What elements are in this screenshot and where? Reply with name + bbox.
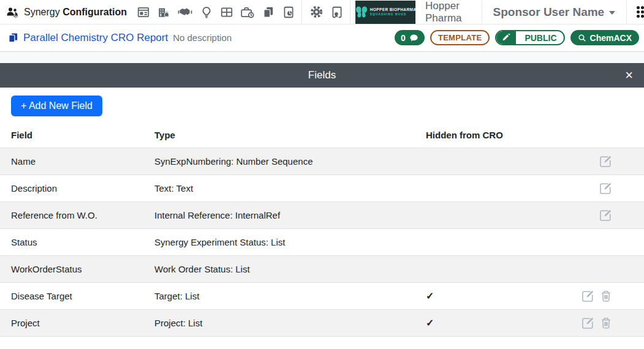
building-lock-icon[interactable] — [156, 4, 172, 20]
edit-field-button[interactable] — [599, 155, 612, 168]
table-row: Name SynExpNumbering: Number Sequence — [0, 148, 644, 175]
delete-field-button[interactable] — [600, 317, 612, 329]
gear-icon[interactable] — [308, 4, 325, 20]
fields-modal-body: + Add New Field Field Type Hidden from C… — [0, 88, 644, 337]
table-row: WorkOrderStatus Work Order Status: List — [0, 256, 644, 283]
field-name: Name — [0, 156, 154, 167]
template-badge-label: TEMPLATE — [438, 33, 482, 42]
user-menu-dropdown[interactable]: Sponsor User Name — [493, 6, 616, 19]
topbar-right: HOPPER BIOPHARMA SQUASHING BUGS Hopper P… — [345, 0, 644, 24]
pencil-icon — [496, 31, 516, 44]
edit-field-button[interactable] — [599, 182, 612, 195]
field-type: Internal Reference: InternalRef — [154, 210, 426, 220]
company-name: Hopper Pharma — [425, 0, 462, 24]
table-row: Disease Target Target: List ✓ — [0, 283, 644, 310]
user-menu-label: Sponsor User Name — [493, 6, 605, 19]
users-gear-icon — [5, 6, 20, 19]
handshake-icon[interactable] — [176, 4, 194, 20]
edit-field-button[interactable] — [599, 209, 612, 222]
navbar-divider — [350, 1, 350, 24]
comments-badge[interactable]: 0 — [395, 30, 425, 45]
report-title-link[interactable]: Parallel Chemistry CRO Report — [7, 32, 168, 44]
app-brand: Synergy Configuration — [5, 6, 127, 19]
add-new-field-button[interactable]: + Add New Field — [11, 96, 102, 116]
report-title: Parallel Chemistry CRO Report — [23, 32, 168, 44]
report-badges: 0 TEMPLATE PUBLIC ChemA — [395, 30, 639, 45]
navbar-divider — [626, 1, 627, 24]
field-column-header: Field — [0, 130, 154, 140]
briefcase-clock-icon[interactable] — [239, 4, 256, 20]
settings-icon-group — [308, 4, 345, 20]
file-chart-icon[interactable] — [281, 4, 297, 20]
check-icon: ✓ — [426, 318, 434, 328]
field-name: WorkOrderStatus — [0, 264, 154, 274]
search-icon — [578, 34, 586, 42]
field-type: Text: Text — [154, 183, 426, 193]
field-name: Project — [0, 318, 154, 328]
fields-table: Field Type Hidden from CRO Name SynExpNu… — [0, 122, 644, 337]
field-name: Reference from W.O. — [0, 210, 154, 220]
public-badge-label: PUBLIC — [520, 33, 563, 43]
field-name: Description — [0, 183, 154, 193]
nav-icon-group — [135, 4, 297, 20]
report-description: No description — [173, 32, 232, 43]
check-icon: ✓ — [426, 291, 434, 301]
table-header-row: Field Type Hidden from CRO — [0, 122, 644, 148]
field-type: Target: List — [154, 291, 426, 301]
field-name: Status — [0, 237, 154, 247]
logo-text-primary: HOPPER BIOPHARMA — [370, 7, 417, 12]
form-icon[interactable] — [135, 4, 151, 20]
file-badge-icon[interactable] — [329, 4, 345, 20]
table-icon[interactable] — [219, 4, 235, 20]
fields-modal-title: Fields — [0, 69, 644, 81]
hidden-from-cro-value: ✓ — [426, 290, 571, 302]
comments-count: 0 — [401, 33, 406, 43]
chevron-down-icon — [609, 11, 615, 15]
butterfly-icon — [355, 5, 368, 20]
logo-text-secondary: SQUASHING BUGS — [370, 13, 417, 17]
field-type: Project: List — [154, 318, 426, 328]
report-header-bar: Parallel Chemistry CRO Report No descrip… — [0, 24, 644, 51]
delete-field-button[interactable] — [600, 290, 612, 302]
field-name: Disease Target — [0, 291, 154, 301]
template-badge[interactable]: TEMPLATE — [430, 30, 490, 45]
close-icon[interactable]: × — [621, 63, 637, 88]
chemacx-badge-label: ChemACX — [590, 33, 632, 43]
edit-field-button[interactable] — [581, 317, 594, 329]
hidden-from-cro-value: ✓ — [426, 317, 571, 329]
copy-icon[interactable] — [260, 4, 276, 20]
navbar-divider — [482, 1, 482, 24]
app-title: Synergy Configuration — [24, 7, 127, 18]
top-navbar: Synergy Configuration — [0, 0, 644, 24]
table-row: Project Project: List ✓ — [0, 310, 644, 337]
hopper-biopharma-logo[interactable]: HOPPER BIOPHARMA SQUASHING BUGS — [355, 1, 415, 24]
table-row: Status Synergy Experiment Status: List — [0, 229, 644, 256]
fields-modal-header: Fields × — [0, 63, 644, 88]
hidden-from-cro-column-header: Hidden from CRO — [426, 130, 571, 140]
table-row: Description Text: Text — [0, 175, 644, 202]
table-row: Reference from W.O. Internal Reference: … — [0, 202, 644, 229]
field-type: SynExpNumbering: Number Sequence — [154, 156, 426, 167]
field-type: Work Order Status: List — [154, 264, 426, 274]
chemacx-badge[interactable]: ChemACX — [570, 30, 639, 45]
navbar-divider — [301, 1, 302, 24]
report-copy-icon — [7, 32, 19, 43]
edit-field-button[interactable] — [581, 290, 594, 302]
page-background-strip — [0, 51, 644, 63]
field-type: Synergy Experiment Status: List — [154, 237, 426, 247]
public-badge[interactable]: PUBLIC — [495, 30, 564, 45]
type-column-header: Type — [154, 130, 426, 140]
apps-grid-icon[interactable] — [632, 2, 644, 21]
chat-bubble-icon — [409, 34, 419, 42]
lightbulb-icon[interactable] — [199, 4, 214, 20]
